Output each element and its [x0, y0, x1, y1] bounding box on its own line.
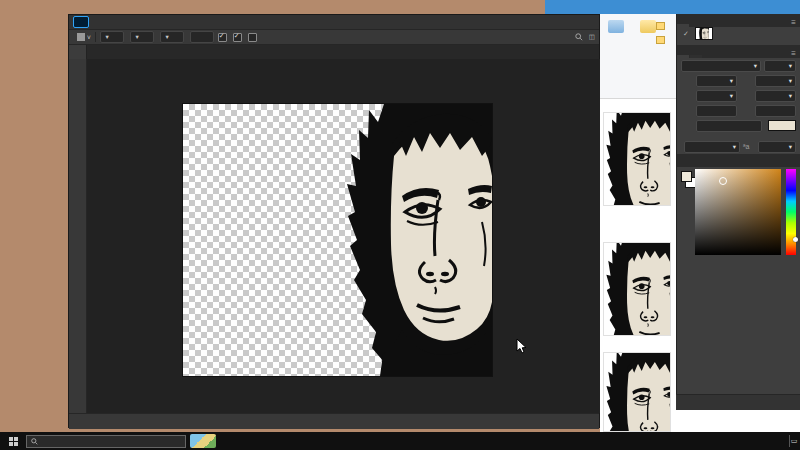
- text-color-swatch[interactable]: [768, 120, 796, 131]
- start-button[interactable]: [0, 432, 26, 450]
- mode-select[interactable]: ▾: [128, 31, 154, 43]
- widgets-weather-icon[interactable]: [190, 434, 216, 448]
- document-tab[interactable]: [69, 45, 87, 59]
- preview-calligraphy-text: [676, 410, 800, 411]
- taskbar: ▭: [0, 432, 800, 450]
- opentype-buttons: [677, 136, 800, 139]
- color-panel-header: [677, 154, 800, 167]
- antialias-select[interactable]: ▾: [758, 141, 796, 153]
- tools-palette: [69, 59, 87, 413]
- hue-marker[interactable]: [793, 237, 798, 242]
- document-canvas[interactable]: [183, 104, 492, 376]
- tab-history[interactable]: [677, 24, 689, 27]
- system-tray: ▭: [773, 435, 800, 447]
- document-tab-bar: [69, 45, 599, 59]
- antialias-checkbox[interactable]: [218, 33, 229, 42]
- color-picker-marker[interactable]: [719, 177, 727, 185]
- face-thumbnail-image: [604, 353, 670, 432]
- photoshop-app-icon: [73, 16, 89, 28]
- panel-dock-footer: [676, 394, 800, 410]
- panel-menu-icon[interactable]: ≡: [791, 49, 800, 58]
- photoshop-menubar: [69, 15, 599, 29]
- tool-options-bar: ˅ ▾ ▾ ▾ ◫: [69, 29, 599, 45]
- tolerance-field[interactable]: [188, 31, 214, 43]
- antialias-icon: ªa: [743, 143, 755, 150]
- kerning-field[interactable]: ▾: [696, 90, 737, 102]
- font-size-field[interactable]: ▾: [696, 75, 737, 87]
- baseline-shift-field[interactable]: [696, 120, 762, 132]
- face-thumbnail-image: [604, 243, 670, 335]
- easy-access-button[interactable]: [656, 36, 667, 44]
- face-illustration: [322, 104, 492, 376]
- rename-button[interactable]: [601, 20, 631, 34]
- desktop: ˅ ▾ ▾ ▾ ◫: [0, 0, 800, 450]
- workspace-switcher-icon[interactable]: ◫: [589, 33, 595, 41]
- canvas-area[interactable]: [87, 59, 600, 413]
- explorer-ribbon: [600, 14, 676, 99]
- horizontal-scale-field[interactable]: [755, 105, 796, 117]
- new-folder-icon: [640, 20, 656, 33]
- foreground-background-swatches[interactable]: [681, 171, 694, 191]
- status-bar: [69, 413, 599, 429]
- file-thumbnail[interactable]: [603, 352, 671, 432]
- hue-slider[interactable]: [786, 169, 796, 255]
- contiguous-checkbox[interactable]: [233, 33, 244, 42]
- all-layers-checkbox[interactable]: [248, 33, 259, 42]
- vertical-scale-field[interactable]: [696, 105, 737, 117]
- tab-character[interactable]: [677, 55, 689, 58]
- leading-field[interactable]: ▾: [755, 75, 796, 87]
- photoshop-window: ˅ ▾ ▾ ▾ ◫: [68, 14, 600, 428]
- snapshot-thumbnail: [695, 27, 713, 40]
- color-panel: [681, 169, 796, 261]
- search-icon[interactable]: [575, 33, 583, 41]
- language-select[interactable]: ▾: [684, 141, 740, 153]
- action-center-icon[interactable]: ▭: [789, 435, 798, 447]
- opacity-field[interactable]: ▾: [158, 31, 184, 43]
- history-snapshot-row[interactable]: ✓: [677, 27, 800, 40]
- font-family-select[interactable]: ▾: [681, 60, 761, 72]
- file-thumbnail[interactable]: [603, 242, 671, 336]
- fill-source-select[interactable]: ▾: [100, 31, 124, 43]
- explorer-titlebar[interactable]: [545, 0, 800, 14]
- panel-menu-icon[interactable]: ≡: [791, 18, 800, 27]
- new-item-button[interactable]: [656, 22, 667, 30]
- taskbar-clock[interactable]: [778, 437, 784, 445]
- face-thumbnail-image: [604, 113, 670, 205]
- character-panel-header: ≡: [677, 45, 800, 58]
- rename-icon: [608, 20, 624, 33]
- tab-paragraph[interactable]: [690, 55, 702, 58]
- search-icon: [31, 438, 38, 445]
- history-panel-header: ≡: [677, 14, 800, 27]
- file-thumbnail[interactable]: [603, 112, 671, 206]
- tracking-field[interactable]: ▾: [755, 90, 796, 102]
- font-style-select[interactable]: ▾: [764, 60, 796, 72]
- current-tool-icon[interactable]: ˅: [77, 33, 91, 41]
- saturation-square[interactable]: [695, 169, 781, 255]
- explorer-preview-strip: [676, 410, 800, 432]
- panel-dock: ≡ ✓ ≡ ▾ ▾ ▾ ▾ ▾ ▾: [676, 14, 800, 410]
- taskbar-search-input[interactable]: [26, 435, 186, 448]
